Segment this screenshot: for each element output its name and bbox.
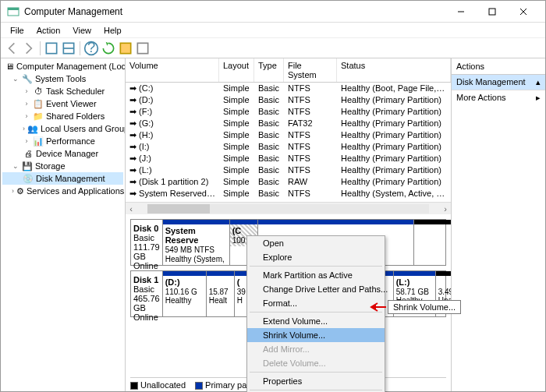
title-bar: Computer Management <box>1 1 545 23</box>
help-button[interactable]: ? <box>83 41 99 56</box>
tree-disk-management[interactable]: 💿Disk Management <box>2 172 123 185</box>
menu-format[interactable]: Format... <box>247 296 385 310</box>
collapse-icon: ▴ <box>536 77 541 87</box>
tool-button-2[interactable] <box>135 41 151 56</box>
svg-rect-11 <box>120 43 130 53</box>
tree-system-tools[interactable]: ⌄🔧System Tools <box>2 72 123 85</box>
device-icon: 🖨 <box>23 148 34 159</box>
menu-add-mirror: Add Mirror... <box>247 342 385 356</box>
tool-button-1[interactable] <box>118 41 133 56</box>
scroll-right-icon[interactable]: › <box>440 204 451 214</box>
log-icon: 📋 <box>33 98 44 109</box>
col-volume[interactable]: Volume <box>126 58 219 82</box>
horizontal-scrollbar[interactable]: ‹ › <box>126 202 451 214</box>
menu-mark-active[interactable]: Mark Partition as Active <box>247 268 385 282</box>
svg-rect-6 <box>46 43 56 53</box>
table-row[interactable]: ➡ (C:)SimpleBasicNTFSHealthy (Boot, Page… <box>126 83 451 94</box>
menu-view[interactable]: View <box>66 24 98 37</box>
tree-root[interactable]: 🖥Computer Management (Local <box>2 60 123 72</box>
maximize-button[interactable] <box>477 1 508 23</box>
window-title: Computer Management <box>24 6 445 17</box>
col-layout[interactable]: Layout <box>219 58 254 82</box>
table-row[interactable]: ➡ (I:)SimpleBasicNTFSHealthy (Primary Pa… <box>126 141 451 153</box>
menu-bar: File Action View Help <box>1 23 545 38</box>
navigation-tree[interactable]: 🖥Computer Management (Local ⌄🔧System Too… <box>1 58 126 391</box>
tree-shared-folders[interactable]: ›📁Shared Folders <box>2 110 123 122</box>
scroll-thumb[interactable] <box>147 204 210 214</box>
table-row[interactable]: ➡ (F:)SimpleBasicNTFSHealthy (Primary Pa… <box>126 106 451 118</box>
col-type[interactable]: Type <box>254 58 284 82</box>
menu-shrink-volume[interactable]: Shrink Volume... <box>247 328 385 342</box>
toolbar: ? <box>1 38 545 58</box>
menu-change-letter[interactable]: Change Drive Letter and Paths... <box>247 282 385 296</box>
computer-icon: 🖥 <box>5 61 14 72</box>
menu-delete-volume: Delete Volume... <box>247 356 385 370</box>
annotation-arrow-icon <box>368 302 387 313</box>
table-row[interactable]: ➡ (D:)SimpleBasicNTFSHealthy (Primary Pa… <box>126 94 451 106</box>
context-menu: Open Explore Mark Partition as Active Ch… <box>246 235 385 392</box>
view-button[interactable] <box>61 41 76 56</box>
tooltip: Shrink Volume... <box>388 300 461 314</box>
svg-rect-3 <box>489 9 495 15</box>
menu-open[interactable]: Open <box>247 236 385 250</box>
table-row[interactable]: ➡ (G:)SimpleBasicFAT32Healthy (Primary P… <box>126 118 451 129</box>
tree-local-users[interactable]: ›👥Local Users and Groups <box>2 122 123 135</box>
menu-action[interactable]: Action <box>30 24 67 37</box>
actions-title: Actions <box>452 58 545 75</box>
menu-file[interactable]: File <box>4 24 30 37</box>
up-button[interactable] <box>44 41 59 56</box>
scroll-left-icon[interactable]: ‹ <box>126 204 136 214</box>
menu-help[interactable]: Help <box>98 24 128 37</box>
volume-box[interactable]: 15.87Healt <box>207 271 235 316</box>
col-filesystem[interactable]: File System <box>284 58 337 82</box>
disk-1-label[interactable]: Disk 1 Basic 465.76 GB Online <box>131 271 163 316</box>
list-header[interactable]: Volume Layout Type File System Status <box>126 58 451 83</box>
svg-rect-1 <box>8 8 19 10</box>
volume-box[interactable]: (D:)110.16 GHealthy <box>163 271 207 316</box>
perf-icon: 📊 <box>33 136 44 147</box>
table-row[interactable]: ➡ (L:)SimpleBasicNTFSHealthy (Primary Pa… <box>126 164 451 176</box>
actions-disk-management[interactable]: Disk Management▴ <box>452 75 545 90</box>
svg-rect-12 <box>137 43 147 53</box>
tree-device-manager[interactable]: 🖨Device Manager <box>2 147 123 160</box>
volume-list[interactable]: Volume Layout Type File System Status ➡ … <box>126 58 451 214</box>
clock-icon: ⏱ <box>33 86 44 97</box>
minimize-button[interactable] <box>445 1 477 23</box>
close-button[interactable] <box>508 1 539 23</box>
tree-storage[interactable]: ⌄💾Storage <box>2 160 123 172</box>
back-button[interactable] <box>4 41 20 56</box>
wrench-icon: 🔧 <box>22 73 33 84</box>
table-row[interactable]: ➡ (H:)SimpleBasicNTFSHealthy (Primary Pa… <box>126 129 451 141</box>
folder-icon: 📁 <box>33 111 44 122</box>
storage-icon: 💾 <box>22 161 33 171</box>
tree-task-scheduler[interactable]: ›⏱Task Scheduler <box>2 85 123 97</box>
forward-button[interactable] <box>21 41 37 56</box>
users-icon: 👥 <box>27 123 38 134</box>
services-icon: ⚙ <box>16 185 24 196</box>
actions-pane: Actions Disk Management▴ More Actions▸ <box>452 58 545 391</box>
tree-event-viewer[interactable]: ›📋Event Viewer <box>2 97 123 110</box>
col-status[interactable]: Status <box>337 58 451 82</box>
actions-more[interactable]: More Actions▸ <box>452 90 545 105</box>
svg-text:?: ? <box>87 41 95 55</box>
volume-box[interactable] <box>414 220 451 265</box>
app-icon <box>7 5 20 18</box>
disk-icon: 💿 <box>23 173 34 184</box>
menu-extend-volume[interactable]: Extend Volume... <box>247 314 385 328</box>
table-row[interactable]: ➡ (J:)SimpleBasicNTFSHealthy (Primary Pa… <box>126 153 451 164</box>
menu-properties[interactable]: Properties <box>247 374 385 388</box>
tree-services[interactable]: ›⚙Services and Applications <box>2 185 123 197</box>
chevron-right-icon: ▸ <box>536 93 541 103</box>
tree-performance[interactable]: ›📊Performance <box>2 135 123 147</box>
menu-explore[interactable]: Explore <box>247 250 385 264</box>
volume-box[interactable]: System Reserve549 MB NTFSHealthy (System… <box>163 220 230 265</box>
table-row[interactable]: ➡ (Disk 1 partition 2)SimpleBasicRAWHeal… <box>126 176 451 188</box>
refresh-button[interactable] <box>101 41 116 56</box>
table-row[interactable]: ➡ System Reserved (K:)SimpleBasicNTFSHea… <box>126 188 451 200</box>
disk-0-label[interactable]: Disk 0 Basic 111.79 GB Online <box>131 220 163 265</box>
